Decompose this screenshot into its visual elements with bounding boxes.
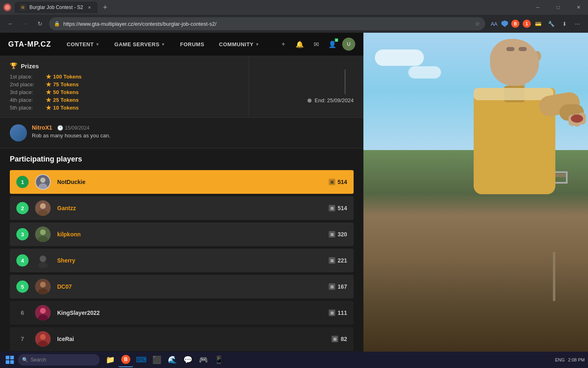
taskbar-app-vscode[interactable]: ⌨ — [134, 352, 149, 367]
browser-chrome: G Burglar Job Contest - S2 ✕ + ─ □ ✕ ← →… — [0, 0, 588, 33]
prize-amount-4: 25 Tokens — [46, 97, 79, 103]
taskbar-app-explorer[interactable]: 📁 — [103, 352, 118, 367]
nav-game-servers[interactable]: GAME SERVERS ▼ — [111, 39, 169, 50]
search-icon: 🔍 — [22, 357, 28, 363]
prizes-timeline-row: 🏆 Prizes 1st place: 100 Tokens 2nd — [0, 56, 363, 118]
start-button[interactable] — [3, 353, 16, 366]
site-nav: GTA-MP.CZ CONTENT ▼ GAME SERVERS ▼ FORUM… — [0, 33, 363, 56]
window-controls: ─ □ ✕ — [528, 0, 588, 15]
reload-button[interactable]: ↻ — [34, 18, 46, 29]
nav-content[interactable]: CONTENT ▼ — [63, 39, 103, 50]
taskbar-app-brave[interactable]: B — [118, 352, 133, 367]
score-icon: ⊞ — [329, 310, 335, 316]
tab-close-button[interactable]: ✕ — [86, 4, 93, 11]
player-score-1: ⊞ 514 — [329, 179, 347, 185]
timeline-end-label: End: 25/09/2024 — [315, 97, 354, 103]
player-score-6: ⊞ 111 — [329, 310, 347, 316]
players-section-title: Participating players — [10, 155, 354, 164]
player-name-1: NotDuckie — [57, 179, 322, 185]
clock-icon: 🕐 — [57, 125, 63, 131]
messages-icon[interactable]: ✉ — [310, 38, 323, 51]
player-name-2[interactable]: Gantzz — [57, 205, 322, 211]
trophy-icon: 🏆 — [10, 62, 18, 70]
nav-forums[interactable]: FORUMS — [177, 39, 207, 50]
score-icon: ⊞ — [329, 205, 335, 211]
rank-badge-7: 7 — [16, 333, 29, 345]
player-name-7[interactable]: IceRai — [57, 336, 325, 342]
brave-taskbar-icon: B — [121, 355, 130, 364]
score-icon: ⊞ — [329, 231, 335, 238]
player-avatar-img-4 — [35, 253, 51, 268]
new-tab-button[interactable]: + — [99, 2, 111, 13]
player-row[interactable]: 4 Sherry ⊞ 221 — [10, 249, 354, 272]
taskbar-app-whatsapp[interactable]: 💬 — [180, 352, 195, 367]
forward-button[interactable]: → — [20, 18, 31, 29]
translate-icon[interactable]: A A — [488, 18, 500, 29]
svg-point-13 — [40, 282, 46, 287]
player-avatar-1 — [35, 174, 51, 190]
user-icon[interactable]: 👤 2 — [326, 38, 339, 51]
minimize-button[interactable]: ─ — [528, 0, 547, 15]
brave-shield-icon[interactable]: B — [510, 18, 521, 29]
player-row[interactable]: 5 DC07 ⊞ 167 — [10, 275, 354, 298]
nav-community[interactable]: COMMUNITY ▼ — [216, 39, 263, 50]
player-name-6[interactable]: KingSlayer2022 — [57, 310, 322, 316]
player-row[interactable]: 7 IceRai ⊞ 82 — [10, 327, 354, 351]
chevron-down-icon: ▼ — [96, 42, 100, 47]
player-score-4: ⊞ 221 — [329, 257, 347, 264]
tab-title: Burglar Job Contest - S2 — [29, 4, 83, 10]
close-button[interactable]: ✕ — [569, 0, 588, 15]
brave-rewards-icon[interactable]: 1 — [523, 20, 531, 28]
wallet-icon[interactable]: 💳 — [532, 18, 544, 29]
taskbar-language: ENG — [555, 357, 565, 362]
svg-point-16 — [40, 308, 46, 314]
player-row[interactable]: 2 Gantzz ⊞ 514 — [10, 196, 354, 220]
chevron-down-icon: ▼ — [255, 42, 259, 47]
extensions-icon[interactable]: 🔧 — [546, 18, 557, 29]
address-bar[interactable]: 🔒 https://www.gta-multiplayer.cz/en/cont… — [49, 17, 485, 30]
player-avatar-5 — [35, 279, 51, 294]
prize-place-4: 4th place: — [10, 97, 42, 103]
prize-amount-2: 75 Tokens — [46, 81, 79, 88]
site-logo[interactable]: GTA-MP.CZ — [8, 40, 51, 49]
chevron-down-icon: ▼ — [161, 42, 165, 47]
author-description: Rob as many houses as you can. — [32, 132, 354, 139]
player-name-5[interactable]: DC07 — [57, 283, 322, 290]
rank-badge-2: 2 — [16, 202, 29, 214]
browser-actions: A A B 1 💳 🔧 ⬇ ⋯ — [488, 18, 583, 29]
browser-tab[interactable]: G Burglar Job Contest - S2 ✕ — [15, 2, 98, 13]
author-name[interactable]: NitroX1 — [32, 124, 52, 131]
rank-badge-3: 3 — [16, 228, 29, 240]
player-avatar-3 — [35, 227, 51, 242]
taskbar-app-unknown2[interactable]: 📱 — [212, 352, 226, 367]
user-avatar[interactable]: U — [342, 38, 355, 51]
url-display: https://www.gta-multiplayer.cz/en/contes… — [63, 21, 472, 27]
notifications-bell-icon[interactable]: 🔔 — [293, 38, 306, 51]
player-row[interactable]: 1 NotDuckie ⊞ 514 — [10, 170, 354, 194]
player-row[interactable]: 3 kilpkonn ⊞ 320 — [10, 222, 354, 246]
bookmark-icon[interactable]: ☆ — [475, 20, 480, 27]
token-icon — [46, 82, 51, 88]
menu-button[interactable]: ⋯ — [572, 18, 583, 29]
prize-amount-5: 10 Tokens — [46, 105, 79, 111]
score-icon: ⊞ — [332, 336, 338, 342]
timeline-section: End: 25/09/2024 — [249, 56, 363, 117]
lock-icon: 🔒 — [54, 21, 60, 27]
player-avatar-4 — [35, 253, 51, 268]
taskbar-clock: 2:08 PM — [568, 357, 585, 362]
maximize-button[interactable]: □ — [549, 0, 568, 15]
taskbar-search[interactable]: 🔍 Search — [18, 354, 100, 366]
taskbar-app-terminal[interactable]: ⬛ — [149, 352, 164, 367]
tab-bar: G Burglar Job Contest - S2 ✕ + ─ □ ✕ — [0, 0, 588, 15]
taskbar-app-edge[interactable]: 🌊 — [165, 352, 180, 367]
downloads-icon[interactable]: ⬇ — [559, 18, 570, 29]
player-name-4[interactable]: Sherry — [57, 257, 322, 264]
player-avatar-7 — [35, 331, 51, 347]
player-row[interactable]: 6 KingSlayer2022 ⊞ 111 — [10, 301, 354, 325]
player-name-3[interactable]: kilpkonn — [57, 231, 322, 238]
player-score-3: ⊞ 320 — [329, 231, 347, 238]
back-button[interactable]: ← — [5, 18, 16, 29]
taskbar-app-unknown1[interactable]: 🎮 — [196, 352, 211, 367]
add-button[interactable]: + — [277, 38, 290, 51]
prize-row-4: 4th place: 25 Tokens — [10, 97, 239, 103]
